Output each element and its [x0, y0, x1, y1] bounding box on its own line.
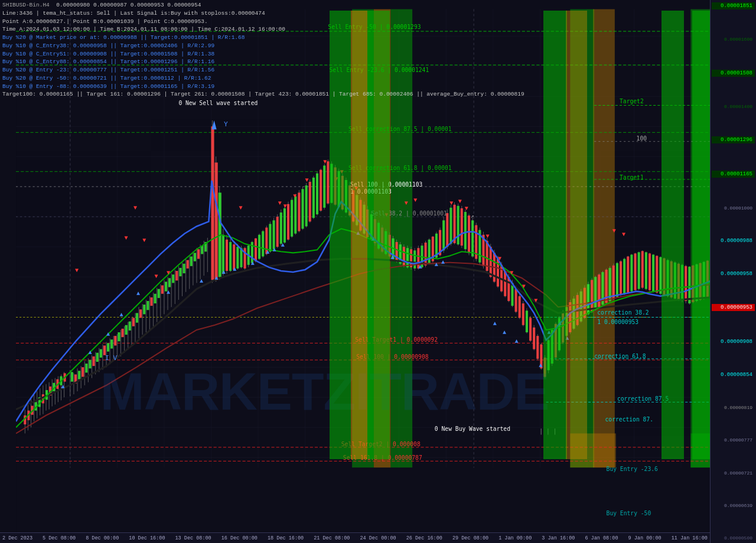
svg-text:Sell 38.2 | 0.00001001: Sell 38.2 | 0.00001001 — [372, 210, 447, 217]
svg-text:▼: ▼ — [340, 169, 344, 175]
svg-text:▼: ▼ — [239, 205, 243, 211]
svg-rect-377 — [457, 206, 460, 244]
svg-rect-374 — [446, 213, 448, 247]
svg-text:▼: ▼ — [405, 200, 409, 207]
price-label-988: 0.00000988 — [712, 238, 755, 244]
svg-text:correction 61.8: correction 61.8 — [594, 353, 646, 359]
svg-text:▲: ▲ — [273, 247, 277, 253]
svg-text:▲: ▲ — [233, 266, 237, 273]
svg-rect-299 — [172, 274, 174, 283]
svg-rect-338 — [316, 174, 318, 214]
svg-text:▲: ▲ — [515, 338, 519, 345]
svg-rect-313 — [226, 240, 228, 271]
svg-text:▼: ▼ — [498, 256, 502, 262]
svg-rect-283 — [114, 336, 116, 345]
svg-text:Sell correction 87.5 | 0.00001: Sell correction 87.5 | 0.00001 — [348, 126, 452, 133]
svg-rect-294 — [154, 294, 157, 303]
price-scale: 0.00001851 0.00001600 0.00001508 0.00001… — [710, 0, 756, 543]
svg-rect-329 — [284, 208, 286, 243]
price-label-1165: 0.00001165 — [712, 171, 755, 178]
svg-rect-41 — [570, 433, 616, 467]
svg-rect-341 — [327, 161, 329, 203]
svg-rect-298 — [168, 278, 171, 287]
svg-text:▲: ▲ — [493, 320, 497, 327]
svg-rect-306 — [197, 249, 200, 259]
svg-rect-396 — [526, 310, 528, 332]
svg-text:▼: ▼ — [486, 233, 490, 240]
svg-text:Sell Target1 | 0.0000092: Sell Target1 | 0.0000092 — [355, 336, 438, 344]
svg-rect-334 — [301, 189, 304, 228]
svg-text:▼: ▼ — [278, 200, 282, 207]
price-label-854: 0.00000854 — [712, 372, 755, 378]
svg-rect-309 — [211, 126, 214, 280]
svg-rect-285 — [121, 329, 123, 337]
svg-rect-314 — [229, 242, 232, 271]
price-label-top: 0.00001600 — [712, 37, 755, 42]
time-label-15: 9 Jan 00:00 — [628, 535, 662, 541]
svg-text:Target2: Target2 — [620, 98, 644, 104]
svg-text:▲: ▲ — [222, 269, 226, 276]
svg-rect-281 — [107, 343, 109, 351]
svg-text:▲: ▲ — [390, 254, 395, 261]
svg-rect-274 — [82, 367, 84, 377]
svg-rect-290 — [139, 309, 142, 318]
svg-text:▼: ▼ — [465, 205, 469, 212]
svg-rect-312 — [222, 235, 224, 274]
svg-text:▲: ▲ — [372, 236, 376, 243]
svg-rect-381 — [471, 220, 474, 256]
svg-rect-409 — [572, 299, 575, 329]
svg-rect-300 — [175, 271, 178, 280]
svg-rect-288 — [132, 318, 135, 326]
svg-text:▲: ▲ — [200, 278, 204, 284]
svg-rect-445 — [703, 262, 705, 299]
svg-text:▼: ▼ — [305, 177, 309, 184]
svg-text:▲: ▲ — [106, 331, 110, 338]
svg-rect-328 — [280, 212, 282, 244]
time-label-4: 10 Dec 16:00 — [129, 535, 165, 541]
svg-text:▼: ▼ — [125, 235, 129, 241]
svg-rect-38 — [593, 9, 615, 467]
svg-rect-440 — [685, 266, 687, 301]
price-label-777: 0.00000777 — [712, 437, 755, 443]
svg-text:▲: ▲ — [418, 264, 422, 270]
svg-rect-337 — [312, 178, 315, 218]
svg-rect-369 — [428, 240, 431, 264]
svg-rect-350 — [359, 200, 361, 231]
svg-rect-292 — [146, 301, 149, 310]
svg-text:▼: ▼ — [75, 267, 79, 274]
svg-text:Y: Y — [224, 120, 228, 128]
svg-rect-336 — [309, 182, 311, 221]
svg-text:▼: ▼ — [622, 231, 626, 238]
svg-text:correction 87.5: correction 87.5 — [617, 395, 669, 402]
svg-text:▼: ▼ — [293, 193, 297, 199]
svg-rect-273 — [78, 371, 80, 379]
svg-text:Sell Entry -50 | 0.00001293: Sell Entry -50 | 0.00001293 — [328, 24, 421, 31]
svg-rect-276 — [89, 360, 91, 368]
svg-text:▲: ▲ — [215, 275, 219, 282]
price-label-721: 0.00000721 — [712, 470, 755, 476]
svg-text:▼: ▼ — [133, 205, 138, 211]
svg-text:▼: ▼ — [510, 270, 514, 276]
svg-text:▲: ▲ — [88, 349, 92, 356]
svg-rect-378 — [461, 208, 463, 246]
svg-rect-275 — [85, 364, 87, 372]
svg-rect-325 — [269, 224, 271, 251]
chart-svg: ▼ ▼ ▼ ▼ ▼ ▼ ▼ ▼ ▼ ▼ ▼ ▼ ▼ ▼ ▼ ▼ ▼ ▼ ▼ ▼ … — [0, 0, 756, 543]
svg-text:▼: ▼ — [612, 228, 617, 234]
svg-rect-331 — [291, 200, 293, 237]
time-label-11: 29 Dec 08:00 — [452, 535, 488, 541]
svg-text:▲: ▲ — [441, 259, 445, 266]
svg-rect-442 — [692, 266, 694, 302]
svg-rect-37 — [570, 9, 594, 467]
svg-text:▲: ▲ — [61, 384, 66, 390]
svg-rect-426 — [634, 253, 636, 290]
svg-text:Sell correction 61.8 | 0.00001: Sell correction 61.8 | 0.00001 — [348, 165, 452, 172]
svg-text:▲: ▲ — [251, 260, 255, 267]
time-label-9: 24 Dec 00:00 — [360, 535, 396, 541]
svg-rect-323 — [262, 231, 264, 257]
svg-rect-408 — [569, 302, 571, 332]
price-label-current: 0.00000953 — [712, 304, 755, 311]
svg-rect-421 — [616, 263, 618, 297]
price-label-1851: 0.00001851 — [712, 2, 755, 9]
svg-rect-277 — [93, 356, 95, 366]
